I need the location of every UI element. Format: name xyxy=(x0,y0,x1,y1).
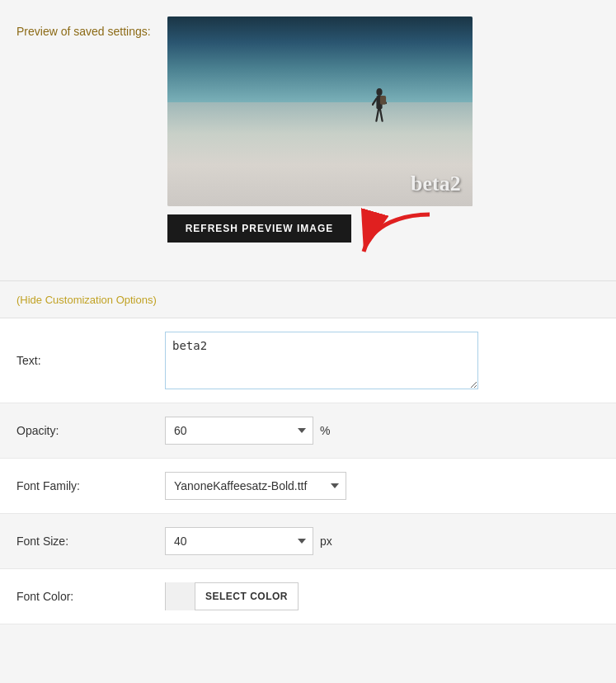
font-color-control-area: SELECT COLOR xyxy=(165,582,600,610)
preview-label: Preview of saved settings: xyxy=(16,16,151,38)
font-size-select[interactable]: 40 10 20 30 50 60 70 80 xyxy=(165,527,313,555)
font-color-label: Font Color: xyxy=(16,590,148,603)
svg-point-0 xyxy=(376,88,382,96)
hide-customization-link[interactable]: (Hide Customization Options) xyxy=(16,294,157,306)
text-label: Text: xyxy=(16,354,148,367)
opacity-row: Opacity: 60 10 20 30 40 50 70 80 90 100 … xyxy=(0,403,616,459)
red-arrow xyxy=(355,206,446,264)
opacity-control-area: 60 10 20 30 40 50 70 80 90 100 % xyxy=(165,417,600,445)
font-family-control-area: YanoneKaffeesatz-Bold.ttf Arial Times Ne… xyxy=(165,472,600,500)
page-wrapper: Preview of saved settings: beta2 xyxy=(0,0,616,624)
preview-section: Preview of saved settings: beta2 xyxy=(0,0,616,281)
svg-line-4 xyxy=(376,110,379,121)
text-control-area: beta2 xyxy=(165,332,600,389)
font-family-label: Font Family: xyxy=(16,479,148,492)
font-family-select[interactable]: YanoneKaffeesatz-Bold.ttf Arial Times Ne… xyxy=(165,472,346,500)
preview-right: beta2 REFRESH PREVIEW IMAGE xyxy=(167,16,600,264)
opacity-select[interactable]: 60 10 20 30 40 50 70 80 90 100 xyxy=(165,417,313,445)
preview-image-text: beta2 xyxy=(411,172,461,196)
select-color-button[interactable]: SELECT COLOR xyxy=(165,582,299,610)
opacity-label: Opacity: xyxy=(16,424,148,437)
color-swatch xyxy=(166,582,195,610)
font-size-unit: px xyxy=(320,535,332,548)
font-color-row: Font Color: SELECT COLOR xyxy=(0,569,616,624)
font-size-control-area: 40 10 20 30 50 60 70 80 px xyxy=(165,527,600,555)
opacity-unit: % xyxy=(320,424,330,437)
font-size-row: Font Size: 40 10 20 30 50 60 70 80 px xyxy=(0,514,616,569)
person-silhouette xyxy=(372,88,387,125)
select-color-label: SELECT COLOR xyxy=(195,591,298,602)
font-size-label: Font Size: xyxy=(16,535,148,548)
preview-image: beta2 xyxy=(167,16,473,206)
text-row: Text: beta2 xyxy=(0,318,616,403)
text-input[interactable]: beta2 xyxy=(165,332,478,389)
svg-line-5 xyxy=(380,110,383,121)
hide-customization-section: (Hide Customization Options) xyxy=(0,281,616,318)
svg-rect-6 xyxy=(380,96,386,105)
refresh-preview-button[interactable]: REFRESH PREVIEW IMAGE xyxy=(167,214,352,243)
font-family-row: Font Family: YanoneKaffeesatz-Bold.ttf A… xyxy=(0,459,616,514)
preview-image-container: beta2 xyxy=(167,16,473,206)
svg-line-2 xyxy=(373,99,377,105)
